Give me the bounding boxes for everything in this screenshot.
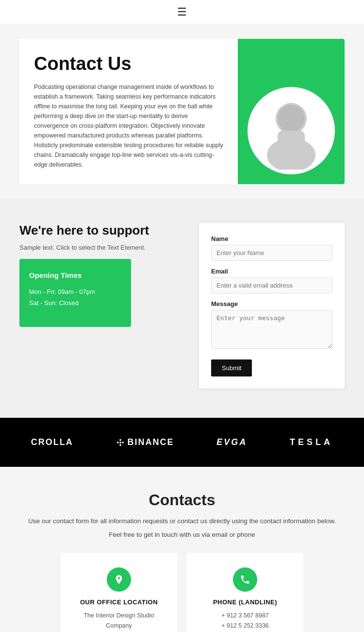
hero-text-block: Contact Us Podcasting operational change… — [19, 39, 238, 184]
phone-title: PHONE (LANDLINE) — [197, 598, 294, 606]
support-sample-text[interactable]: Sample text. Click to select the Text El… — [19, 244, 180, 251]
location-pin-icon — [114, 574, 124, 585]
email-field-group: Email — [211, 268, 332, 293]
office-location-address: The Interior Design Studio CompanyThe Co… — [70, 611, 167, 632]
brand-crolla: CROLLA — [31, 437, 73, 447]
opening-hours1: Mon - Fri: 09am - 07pm — [29, 286, 121, 297]
contacts-cards-container: OUR OFFICE LOCATION The Interior Design … — [19, 553, 345, 632]
contacts-title: Contacts — [19, 491, 345, 509]
navigation: ☰ — [0, 0, 364, 24]
brand-evga: EVGA — [216, 437, 247, 447]
office-location-title: OUR OFFICE LOCATION — [70, 598, 167, 606]
name-input[interactable] — [211, 245, 332, 261]
phone-icon — [240, 574, 250, 585]
svg-point-2 — [278, 105, 305, 132]
name-label: Name — [211, 235, 332, 242]
support-heading: We're here to support — [19, 223, 180, 238]
hero-section: Contact Us Podcasting operational change… — [19, 39, 345, 184]
contacts-feel-free: Feel free to get in touch with us via em… — [19, 531, 345, 538]
tesla-label: TESLA — [290, 437, 333, 447]
contacts-desc: Use our contact form for all information… — [19, 516, 345, 527]
evga-label: EVGA — [216, 437, 247, 447]
support-section: We're here to support Sample text. Click… — [0, 199, 364, 418]
hamburger-icon[interactable]: ☰ — [177, 6, 187, 18]
brand-binance: BINANCE — [116, 437, 174, 447]
opening-title: Opening Times — [29, 271, 121, 279]
hero-body: Podcasting operational change management… — [34, 82, 223, 170]
svg-rect-3 — [278, 131, 305, 160]
brand-tesla: TESLA — [290, 437, 333, 447]
hero-portrait-circle — [248, 87, 335, 174]
binance-diamond-icon — [116, 438, 125, 447]
opening-hours2: Sat - Sun: Closed — [29, 297, 121, 308]
contact-form-card: Name Email Message Submit — [199, 223, 345, 389]
person-illustration — [252, 92, 330, 170]
message-field-group: Message — [211, 300, 332, 351]
phone-card: PHONE (LANDLINE) + 912 3 567 8987+ 912 5… — [187, 553, 303, 632]
support-left-column: We're here to support Sample text. Click… — [19, 223, 180, 327]
hero-title: Contact Us — [34, 53, 223, 74]
crolla-label: CROLLA — [31, 437, 73, 447]
phone-numbers: + 912 3 567 8987+ 912 5 252 3336 — [197, 611, 294, 632]
brands-section: CROLLA BINANCE EVGA TESLA — [0, 418, 364, 467]
message-label: Message — [211, 300, 332, 307]
phone-icon-circle — [233, 567, 257, 592]
email-input[interactable] — [211, 277, 332, 293]
name-field-group: Name — [211, 235, 332, 261]
binance-label: BINANCE — [128, 437, 174, 447]
submit-button[interactable]: Submit — [211, 359, 252, 376]
office-location-card: OUR OFFICE LOCATION The Interior Design … — [61, 553, 177, 632]
contacts-section: Contacts Use our contact form for all in… — [0, 467, 364, 632]
opening-times-box: Opening Times Mon - Fri: 09am - 07pm Sat… — [19, 259, 131, 327]
email-label: Email — [211, 268, 332, 275]
hero-image-block — [238, 39, 345, 184]
message-textarea[interactable] — [211, 310, 332, 349]
location-icon-circle — [107, 567, 131, 592]
